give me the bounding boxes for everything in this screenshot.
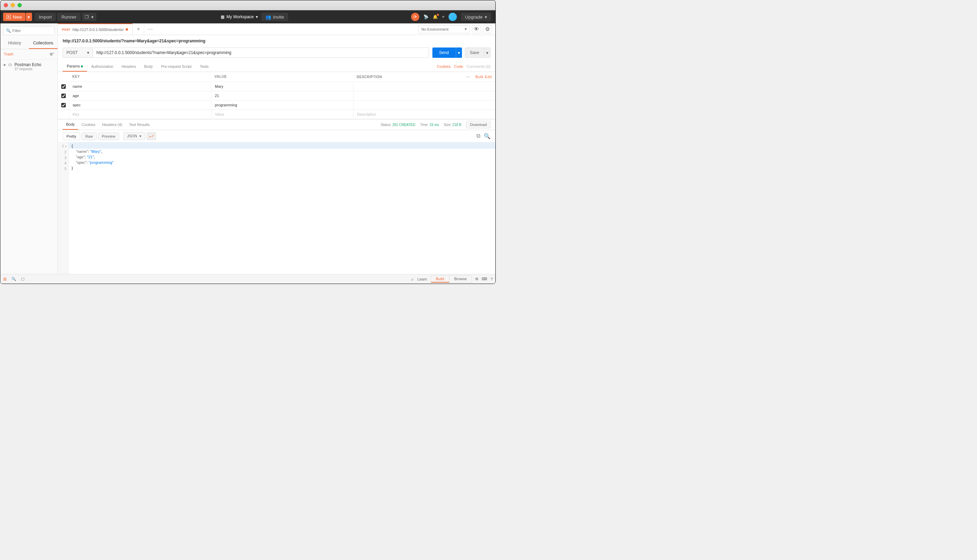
send-dropdown-button[interactable]: ▾ <box>456 47 462 58</box>
bulk-edit-link[interactable]: Bulk Edit <box>475 75 492 79</box>
param-desc-placeholder[interactable]: Description <box>353 110 495 119</box>
environment-selector[interactable]: No Environment ▾ <box>418 25 470 33</box>
params-header-value: VALUE <box>211 72 353 82</box>
response-body-viewer[interactable]: 1 ▾ 2 3 4 5 { "name": "Mary", "age": "21… <box>58 142 495 274</box>
param-key[interactable]: name <box>69 82 211 91</box>
comments-link[interactable]: Comments (0) <box>467 64 490 68</box>
params-header-description: DESCRIPTION <box>357 75 382 79</box>
workspace-selector[interactable]: ▦ My Workspace ▾ <box>221 15 258 19</box>
copy-icon[interactable]: ⧉ <box>477 133 480 139</box>
tab-prerequest[interactable]: Pre-request Script <box>157 62 196 71</box>
find-icon[interactable]: 🔍 <box>12 277 16 281</box>
param-description[interactable] <box>353 91 495 100</box>
chevron-down-icon: ▾ <box>139 134 142 138</box>
wrap-lines-button[interactable]: ⮐ <box>147 132 156 140</box>
method-label: POST <box>67 50 78 55</box>
window-close-button[interactable] <box>4 3 8 7</box>
param-row[interactable]: age 21 <box>58 91 495 100</box>
tab-params[interactable]: Params <box>63 61 87 72</box>
download-button[interactable]: Download <box>466 121 490 128</box>
code-link[interactable]: Code <box>454 64 463 68</box>
workspace-label: My Workspace <box>227 15 254 19</box>
invite-button[interactable]: 👥 Invite <box>261 13 288 21</box>
heart-icon[interactable]: ♥ <box>442 15 444 19</box>
two-pane-icon[interactable]: ⧉ <box>475 277 478 281</box>
app-toolbar: ＋ New ▾ Import Runner ❐ ▾ ▦ My Workspace… <box>0 10 495 23</box>
add-tab-button[interactable]: ＋ <box>133 23 144 35</box>
notifications-icon[interactable]: 🔔 <box>433 15 438 19</box>
response-tab-tests[interactable]: Test Results <box>126 120 153 129</box>
help-icon[interactable]: ? <box>490 277 493 281</box>
runner-button[interactable]: Runner <box>57 13 80 21</box>
learn-link[interactable]: Learn <box>418 277 427 281</box>
param-row[interactable]: spec programming <box>58 100 495 110</box>
mode-browse-button[interactable]: Browse <box>449 276 472 283</box>
param-checkbox[interactable] <box>61 93 66 98</box>
format-selector[interactable]: JSON ▾ <box>123 132 145 140</box>
collection-item[interactable]: ▶ 🗀 Postman Echo 37 requests <box>0 60 57 74</box>
view-raw-button[interactable]: Raw <box>82 133 97 140</box>
tab-collections[interactable]: Collections <box>29 38 57 49</box>
tab-history[interactable]: History <box>0 38 29 49</box>
param-description[interactable] <box>353 82 495 91</box>
response-tab-headers[interactable]: Headers (4) <box>99 120 126 129</box>
param-value[interactable]: 21 <box>211 91 353 100</box>
param-value-placeholder[interactable]: Value <box>211 110 353 119</box>
param-value[interactable]: programming <box>211 100 353 110</box>
unsaved-dot-icon <box>126 28 128 31</box>
param-key[interactable]: age <box>69 91 211 100</box>
params-header-key: KEY <box>69 72 211 82</box>
tab-headers[interactable]: Headers <box>117 62 140 71</box>
request-name: http://127.0.0.1:5000/students/?name=Mar… <box>58 35 495 45</box>
new-window-button[interactable]: ❐ ▾ <box>82 13 97 21</box>
mode-build-button[interactable]: Build <box>431 276 449 283</box>
param-key-placeholder[interactable]: Key <box>69 110 211 119</box>
tab-body[interactable]: Body <box>140 62 157 71</box>
sidebar: 🔍 History Collections Trash ⧉⁺ ▶ 🗀 Postm… <box>0 23 58 274</box>
param-checkbox[interactable] <box>61 103 66 107</box>
import-button[interactable]: Import <box>35 13 56 21</box>
param-key[interactable]: spec <box>69 100 211 110</box>
bootcamp-icon[interactable]: ☼ <box>410 277 414 281</box>
window-minimize-button[interactable] <box>11 3 15 7</box>
view-preview-button[interactable]: Preview <box>98 133 119 140</box>
response-tab-body[interactable]: Body <box>63 120 78 130</box>
request-tab-active[interactable]: POST http://127.0.0.1:5000/students/ <box>58 23 133 35</box>
search-response-icon[interactable]: 🔍 <box>483 133 490 139</box>
new-button[interactable]: ＋ New <box>3 13 25 21</box>
new-dropdown-button[interactable]: ▾ <box>26 13 32 21</box>
send-button[interactable]: Send <box>432 47 456 58</box>
view-pretty-button[interactable]: Pretty <box>63 133 80 140</box>
eye-icon: 👁 <box>474 26 479 32</box>
param-checkbox[interactable] <box>61 84 66 89</box>
sidebar-toggle-icon[interactable]: ▥ <box>3 277 7 281</box>
sync-icon[interactable]: ⟳ <box>411 13 419 21</box>
user-avatar[interactable] <box>448 13 457 21</box>
console-icon[interactable]: ▢ <box>21 277 25 281</box>
environment-settings-button[interactable]: ⚙ <box>483 25 492 33</box>
save-dropdown-button[interactable]: ▾ <box>484 47 490 58</box>
save-button[interactable]: Save <box>465 47 484 58</box>
upgrade-button[interactable]: Upgrade ▾ <box>461 13 491 21</box>
cookies-link[interactable]: Cookies <box>437 64 451 68</box>
window-maximize-button[interactable] <box>18 3 22 7</box>
tab-authorization[interactable]: Authorization <box>87 62 117 71</box>
tab-method-label: POST <box>62 28 70 31</box>
size-label: Size: <box>444 123 451 127</box>
trash-link[interactable]: Trash <box>4 52 13 57</box>
keyboard-shortcuts-icon[interactable]: ⌨ <box>482 277 487 281</box>
tab-overflow-button[interactable]: ⋯ <box>144 23 156 35</box>
tab-tests[interactable]: Tests <box>195 62 213 71</box>
environment-quicklook-button[interactable]: 👁 <box>472 25 481 33</box>
new-collection-icon[interactable]: ⧉⁺ <box>50 52 54 57</box>
params-more-icon[interactable]: ⋯ <box>467 75 470 79</box>
param-description[interactable] <box>353 100 495 110</box>
param-row-empty[interactable]: Key Value Description <box>58 110 495 119</box>
param-row[interactable]: name Mary <box>58 82 495 91</box>
url-input[interactable] <box>93 47 429 58</box>
http-method-selector[interactable]: POST ▾ <box>63 47 93 58</box>
satellite-icon[interactable]: 📡 <box>423 15 428 19</box>
param-value[interactable]: Mary <box>211 82 353 91</box>
gear-icon: ⚙ <box>485 26 490 32</box>
response-tab-cookies[interactable]: Cookies <box>78 120 99 129</box>
